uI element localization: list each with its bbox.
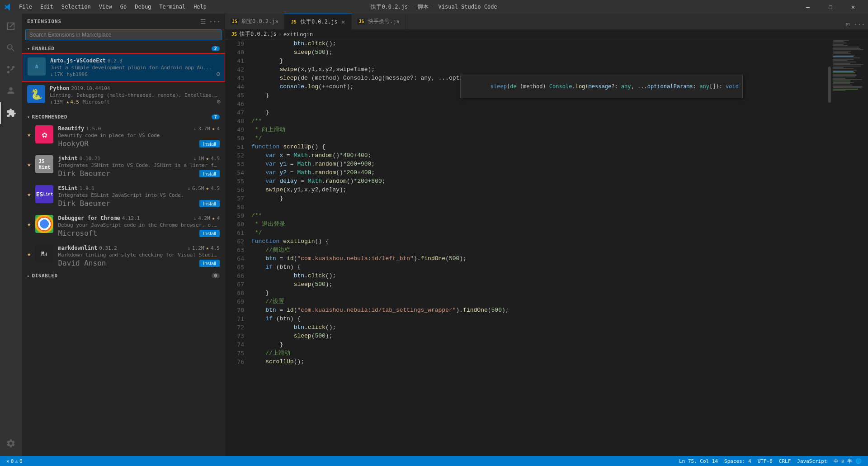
eslint-install-button[interactable]: Install	[199, 200, 220, 207]
code-line-66: btn.click();	[251, 271, 824, 280]
jshint-meta: ↓1M ★4.5	[193, 156, 220, 162]
tab-换号[interactable]: JS 快手换号.js	[352, 14, 406, 29]
python-gear-icon[interactable]: ⚙	[217, 98, 221, 105]
extension-markdownlint[interactable]: ★ M↓ markdownlint 0.31.2 ↓1.2M ★4.5 Mark…	[22, 241, 225, 271]
menu-edit[interactable]: Edit	[37, 3, 57, 11]
code-line-40: sleep(500);	[251, 48, 824, 57]
code-line-54: var y2 = Math.random()*200+400;	[251, 168, 824, 177]
status-eol[interactable]: CRLF	[776, 456, 794, 466]
mdlint-install-button[interactable]: Install	[199, 260, 220, 267]
search-extensions-input[interactable]	[25, 29, 222, 40]
tab-label-换号: 快手换号.js	[368, 18, 400, 25]
line-number-75: 75	[225, 349, 244, 357]
mdlint-footer: David Anson Install	[58, 259, 220, 267]
menu-help[interactable]: Help	[190, 3, 210, 11]
activity-settings[interactable]	[0, 433, 22, 454]
minimize-button[interactable]: —	[797, 0, 818, 14]
python-name: Python	[50, 85, 69, 91]
mdlint-name: markdownlint	[58, 245, 97, 251]
status-line-col[interactable]: Ln 75, Col 14	[676, 456, 721, 466]
activity-explorer[interactable]	[0, 15, 22, 37]
beautify-install-button[interactable]: Install	[199, 140, 220, 147]
line-number-51: 51	[225, 143, 244, 151]
error-icon: ✕	[6, 458, 9, 464]
status-encoding[interactable]: UTF-8	[755, 456, 775, 466]
jshint-info: jshint 0.10.21 ↓1M ★4.5 Integrates JSHin…	[58, 155, 220, 178]
menu-file[interactable]: File	[15, 3, 36, 11]
filter-extensions-button[interactable]: ☰	[198, 17, 208, 27]
js-lang-icon-active: JS	[290, 19, 298, 25]
enabled-count-badge: 2	[212, 46, 220, 51]
window-title: 快手0.0.2.js - 脚本 - Visual Studio Code	[371, 3, 497, 11]
tab-刷宝[interactable]: JS 刷宝0.0.2.js	[225, 14, 284, 29]
enabled-section-header[interactable]: ▾ ENABLED 2	[22, 44, 225, 53]
line-number-52: 52	[225, 151, 244, 160]
code-line-75: //上滑动	[251, 349, 824, 357]
menu-terminal[interactable]: Terminal	[156, 3, 189, 11]
warning-icon: ⚠	[15, 458, 18, 464]
status-errors[interactable]: ✕ 0 ⚠ 0	[4, 456, 25, 466]
activity-extensions[interactable]	[0, 102, 22, 124]
status-language[interactable]: JavaScript	[794, 456, 830, 466]
activity-debug[interactable]	[0, 81, 22, 102]
menu-view[interactable]: View	[95, 3, 116, 11]
eslint-footer: Dirk Baeumer Install	[58, 199, 220, 208]
download-icon: ↓	[50, 99, 53, 105]
chrome-author: Microsoft	[58, 229, 97, 238]
extension-eslint[interactable]: ★ ESLint ESLint 1.9.1 ↓6.5M ★4.5 Integra…	[22, 181, 225, 211]
maximize-button[interactable]: ❐	[820, 0, 841, 14]
line-number-54: 54	[225, 168, 244, 177]
split-editor-button[interactable]: ⊡	[843, 19, 853, 29]
chrome-meta: ↓4.2M ★4	[193, 215, 220, 221]
code-line-64: btn = id("com.kuaishou.nebula:id/left_bt…	[251, 254, 824, 263]
eslint-meta: ↓6.5M ★4.5	[187, 185, 220, 191]
extension-jshint[interactable]: ★ JSHint jshint 0.10.21 ↓1M ★4.5 Integra…	[22, 152, 225, 181]
hover-tooltip: sleep(de (method) Console.log(message?: …	[460, 75, 743, 98]
tab-close-button[interactable]: ✕	[340, 18, 346, 25]
code-content[interactable]: btn.click(); sleep(500); } swipe(x,y1,x,…	[248, 39, 827, 456]
recommended-section-header[interactable]: ▾ RECOMMENDED 7	[22, 112, 225, 122]
beautify-desc: Beautify code in place for VS Code	[58, 133, 220, 138]
breadcrumb-symbol[interactable]: exitLogin	[283, 31, 313, 38]
code-line-53: var y1 = Math.random()*200+900;	[251, 160, 824, 168]
error-count: 0	[11, 458, 14, 464]
code-line-55: var delay = Math.random()*200+800;	[251, 177, 824, 185]
jshint-install-button[interactable]: Install	[199, 170, 220, 177]
more-tabs-button[interactable]: ···	[854, 19, 864, 29]
chrome-install-button[interactable]: Install	[199, 230, 220, 237]
more-actions-button[interactable]: ···	[210, 17, 220, 27]
status-feedback[interactable]: 中 ♀ 半 🌐	[831, 456, 865, 466]
eslint-version: 1.9.1	[80, 185, 94, 191]
menu-go[interactable]: Go	[117, 3, 130, 11]
activity-search[interactable]	[0, 37, 22, 59]
activity-source-control[interactable]	[0, 59, 22, 81]
scroll-thumb[interactable]	[828, 67, 831, 103]
eslint-name: ESLint	[58, 185, 77, 191]
enabled-arrow-icon: ▾	[27, 46, 30, 51]
python-meta: ↓ 13M ★ 4.5 Microsoft	[50, 99, 220, 105]
line-number-48: 48	[225, 117, 244, 125]
extension-beautify[interactable]: ★ ✿ Beautify 1.5.0 ↓3.7M ★4 Beautify cod…	[22, 122, 225, 152]
line-number-74: 74	[225, 340, 244, 349]
mdlint-star-icon: ★	[27, 250, 31, 257]
close-button[interactable]: ✕	[843, 0, 863, 14]
activity-bar	[0, 14, 22, 456]
code-line-69: //设置	[251, 297, 824, 306]
autojs-name: Auto.js-VSCodeExt	[50, 57, 106, 64]
extension-python[interactable]: 🐍 Python 2019.10.44104 Linting, Debuggin…	[22, 81, 225, 109]
extension-autojs[interactable]: A Auto.js-VSCodeExt 0.2.3 Just a simple …	[22, 53, 225, 81]
menu-selection[interactable]: Selection	[58, 3, 94, 11]
disabled-section-header[interactable]: ▸ DISABLED 0	[22, 271, 225, 281]
menu-debug[interactable]: Debug	[131, 3, 155, 11]
beautify-icon: ✿	[35, 125, 53, 143]
code-line-41: }	[251, 57, 824, 65]
autojs-gear-icon[interactable]: ⚙	[217, 70, 220, 77]
tab-快手[interactable]: JS 快手0.0.2.js ✕	[284, 14, 352, 29]
tab-label-快手: 快手0.0.2.js	[301, 18, 338, 26]
code-line-67: sleep(500);	[251, 280, 824, 289]
status-spaces[interactable]: Spaces: 4	[722, 456, 754, 466]
extension-debugger-chrome[interactable]: ★ Debugger for Chrome 4.12.1 ↓4.2M ★4 De…	[22, 211, 225, 241]
line-number-39: 39	[225, 39, 244, 48]
breadcrumb-file[interactable]: 快手0.0.2.js	[240, 30, 277, 38]
scroll-track[interactable]	[827, 39, 832, 456]
